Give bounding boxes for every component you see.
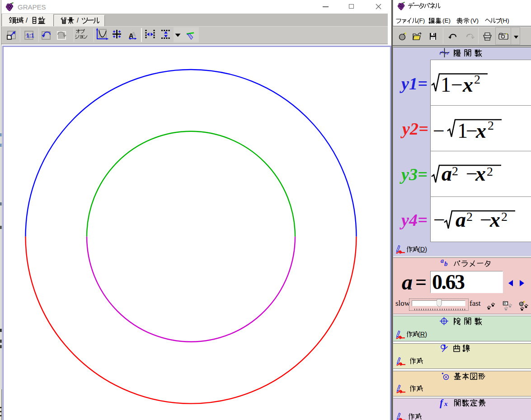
svg-text:2: 2: [501, 210, 508, 224]
svg-text:a: a: [456, 208, 466, 231]
svg-text:x: x: [489, 208, 500, 231]
svg-text:2: 2: [466, 210, 473, 224]
svg-text:−: −: [433, 208, 445, 231]
